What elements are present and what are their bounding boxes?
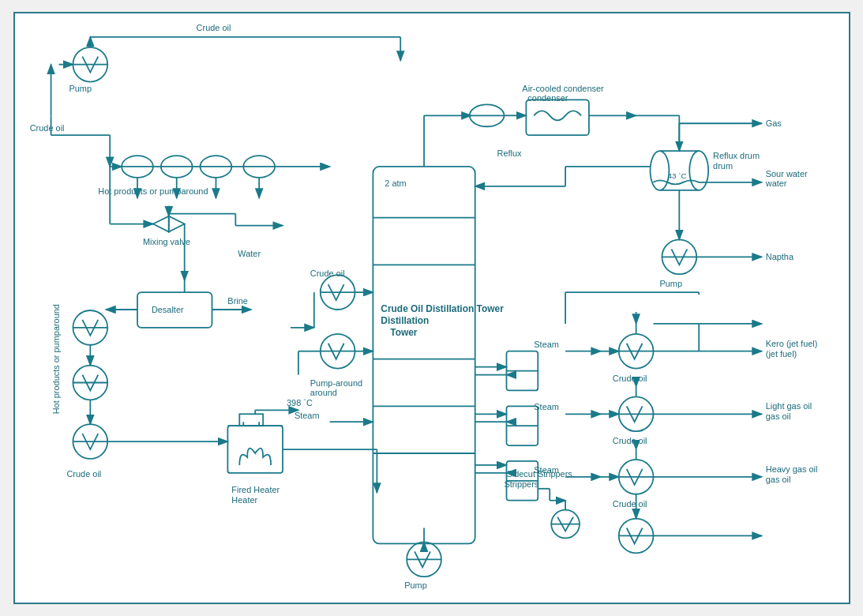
reflux-label: Reflux	[497, 148, 522, 158]
steam3-label: Steam	[534, 465, 559, 475]
fired-heater-label2: Heater	[231, 495, 257, 505]
crude-oil-r2-label: Crude oil	[612, 436, 647, 445]
hot-products-label: Hot products or pumparound	[98, 186, 208, 196]
sour-water-label: Sour water	[765, 169, 807, 178]
svg-point-85	[689, 151, 708, 190]
temp-43-label: 43 `C	[667, 171, 686, 180]
svg-rect-81	[526, 100, 589, 135]
fired-heater-label: Fired Heater	[231, 485, 280, 494]
heavy-gas-label: Heavy gas oil	[765, 464, 817, 474]
temp-398-label: 398 `C	[286, 398, 312, 408]
distillation-tower-label: Crude Oil Distillation Tower	[381, 303, 504, 314]
svg-rect-51	[227, 426, 283, 473]
svg-marker-30	[168, 216, 184, 232]
kero-label: Kero (jet fuel)	[765, 339, 817, 348]
pump-bottom-label: Pump	[404, 580, 427, 590]
distillation-tower-label2: Distillation	[381, 315, 429, 326]
hot-products2-label: Hot products or pumparound	[51, 304, 60, 414]
pump-around-label: Pump-around	[310, 378, 362, 388]
crude-oil-bottom-label: Crude oil	[66, 469, 101, 479]
crude-oil-r1-label: Crude oil	[612, 374, 647, 383]
brine-label: Brine	[227, 296, 248, 306]
desalter-label: Desalter	[151, 305, 183, 314]
light-gas-label2: gas oil	[765, 411, 790, 421]
svg-point-84	[650, 151, 669, 190]
crude-oil-input-label: Crude oil	[29, 123, 64, 133]
steam1-label: Steam	[534, 340, 559, 349]
gas-label: Gas	[765, 118, 782, 128]
reflux-drum-label2: drum	[713, 161, 733, 171]
pressure-2atm-label: 2 atm	[385, 178, 406, 188]
reflux-drum-label: Reflux drum	[713, 151, 760, 160]
sour-water-label2: water	[764, 178, 786, 188]
naphtha-label: Naptha	[765, 252, 794, 261]
pump-around-label2: around	[310, 388, 336, 397]
steam-bottom-label: Steam	[294, 411, 319, 420]
svg-marker-29	[152, 216, 168, 232]
air-cooled-label: Air-cooled condenser	[522, 84, 604, 93]
diagram-container: Pump Crude oil Crude oil Hot products or…	[13, 12, 850, 604]
light-gas-label: Light gas oil	[765, 401, 811, 411]
svg-rect-60	[373, 167, 475, 543]
crude-oil-mid-label: Crude oil	[310, 269, 344, 278]
distillation-tower-label3: Tower	[390, 327, 418, 338]
crude-oil-r3-label: Crude oil	[612, 499, 647, 509]
pump-top-label: Pump	[69, 84, 92, 93]
heavy-gas-label2: gas oil	[765, 475, 790, 484]
crude-oil-line-label: Crude oil	[196, 23, 231, 32]
pump-reflux-label: Pump	[659, 279, 682, 288]
mixing-valve-label: Mixing valve	[142, 237, 189, 246]
water-label: Water	[238, 249, 261, 258]
kero-label2: (jet fuel)	[765, 349, 797, 359]
air-cooled-label2: condenser	[527, 93, 568, 103]
steam2-label: Steam	[534, 402, 559, 411]
